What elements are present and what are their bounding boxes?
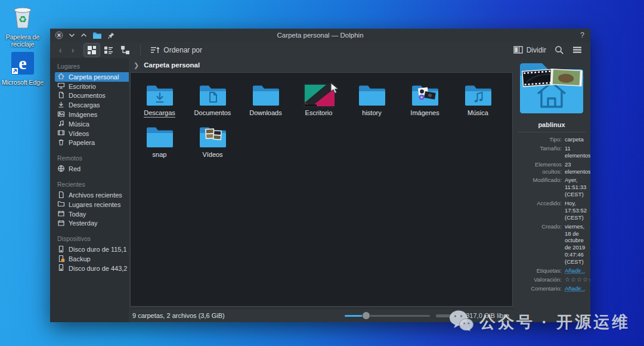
file-item[interactable]: Downloads — [239, 78, 292, 119]
file-item[interactable]: Música — [451, 78, 504, 119]
edge-icon: e — [11, 51, 35, 78]
music-icon — [57, 119, 65, 128]
status-summary: 9 carpetas, 2 archivos (3,6 GiB) — [132, 312, 225, 319]
svg-text:♻: ♻ — [18, 14, 27, 24]
breadcrumb-label[interactable]: Carpeta personal — [144, 61, 200, 69]
desktop-icon-label: Papelera de reciclaje — [1, 33, 44, 48]
file-item-label: Escritorio — [305, 109, 333, 117]
sidebar-item-label: Yesterday — [69, 220, 98, 227]
breadcrumb[interactable]: ❯ Carpeta personal — [129, 58, 514, 72]
sidebar-item-label: Carpeta personal — [69, 73, 119, 81]
file-item[interactable]: Documentos — [186, 78, 239, 119]
info-field-label: Tipo: — [516, 136, 562, 143]
search-button[interactable] — [552, 45, 566, 55]
sidebar-item[interactable]: Descargas — [55, 100, 129, 110]
sidebar-section-title: Lugares — [57, 63, 129, 70]
zoom-slider-handle[interactable] — [362, 311, 370, 320]
info-field-row: Modificado:Ayer, 11:51:33 (CEST) — [516, 177, 587, 198]
sidebar-item[interactable]: Red — [55, 164, 129, 174]
sidebar-item[interactable]: Carpeta personal — [55, 72, 129, 82]
info-add-link[interactable]: Añadir... — [565, 267, 587, 274]
sidebar-item-label: Imágenes — [69, 111, 97, 118]
file-item[interactable]: history — [345, 78, 398, 119]
zoom-slider[interactable] — [345, 311, 430, 320]
sidebar-item[interactable]: Documentos — [55, 91, 129, 101]
file-view[interactable]: Descargas Documentos Downloads Escritori… — [130, 72, 513, 307]
desktop-icon-recycle-bin[interactable]: ♻ Papelera de reciclaje — [1, 4, 44, 48]
sidebar-item-label: Lugares recientes — [69, 201, 120, 208]
info-field-label: Comentario: — [516, 285, 562, 292]
maximize-button[interactable] — [80, 33, 87, 38]
sidebar-item-label: Música — [69, 121, 89, 128]
info-field-row: Tamaño:11 elementos — [516, 145, 587, 159]
home-folder-preview-icon — [517, 59, 586, 116]
pin-icon[interactable] — [107, 32, 115, 39]
file-item[interactable]: Vídeos — [186, 119, 239, 161]
folder-icon — [252, 78, 280, 107]
watermark: 公众号 · 开源运维 — [448, 309, 630, 335]
info-field-row: Elementos ocultos:23 elementos — [516, 161, 587, 175]
split-button[interactable]: Dividir — [511, 46, 549, 54]
folder-icon — [411, 78, 439, 107]
minimize-button[interactable] — [69, 33, 75, 38]
forward-button[interactable]: › — [69, 45, 78, 55]
file-item[interactable]: Escritorio — [292, 78, 345, 119]
close-button[interactable] — [55, 31, 63, 39]
info-field-label: Creado: — [516, 223, 562, 265]
titlebar[interactable]: Carpeta personal — Dolphin ? — [50, 29, 590, 42]
info-field-value: viernes, 18 de octubre de 2019 0:47:46 (… — [565, 223, 587, 265]
file-icon — [57, 191, 65, 200]
sidebar-item-label: Archivos recientes — [69, 191, 122, 199]
sidebar-item[interactable]: Lugares recientes — [55, 200, 129, 209]
sidebar-item-label: Descargas — [69, 101, 100, 109]
sidebar-section-title: Remotos — [57, 155, 129, 162]
file-item-label: Descargas — [144, 109, 175, 118]
desktop-icon-microsoft-edge[interactable]: e Microsoft Edge — [1, 51, 44, 86]
file-item[interactable]: Imágenes — [398, 78, 451, 119]
sidebar-item[interactable]: Vídeos — [55, 129, 129, 138]
sidebar-item[interactable]: Disco duro de 443,2 GiB — [55, 264, 129, 273]
sidebar-item[interactable]: Imágenes — [55, 110, 129, 119]
sidebar-item[interactable]: Escritorio — [55, 82, 129, 91]
file-item-label: Downloads — [249, 109, 281, 117]
search-icon — [555, 45, 564, 55]
screenshot-thumbnail-icon — [304, 78, 335, 107]
info-field-value: 23 elementos — [565, 161, 590, 175]
info-field-value: 11 elementos — [565, 145, 590, 159]
sort-by-button[interactable]: Ordenar por — [148, 46, 205, 54]
home-icon — [57, 72, 65, 81]
rating-stars[interactable]: ☆☆☆☆☆ — [565, 276, 590, 284]
info-field-value: carpeta — [565, 136, 587, 143]
sidebar-item[interactable]: Archivos recientes — [55, 190, 129, 200]
file-item-label: Vídeos — [202, 151, 222, 159]
sidebar-item[interactable]: Disco duro de 115,1 GiB — [55, 245, 129, 254]
info-add-link[interactable]: Añadir... — [565, 285, 587, 292]
file-item-label: Documentos — [194, 109, 231, 117]
sidebar-item-label: Today — [69, 211, 86, 218]
sidebar-item[interactable]: Backup — [55, 254, 129, 264]
menu-button[interactable] — [570, 46, 584, 54]
desktop-icon — [57, 82, 65, 91]
help-button[interactable]: ? — [580, 31, 584, 39]
info-field-label: Valoración: — [516, 276, 562, 284]
info-field-row: Tipo:carpeta — [516, 136, 587, 143]
file-item[interactable]: snap — [133, 119, 186, 161]
sidebar-item[interactable]: Yesterday — [55, 219, 129, 228]
file-item[interactable]: Descargas — [133, 78, 186, 119]
calendar-icon — [57, 219, 65, 228]
details-view-button[interactable] — [101, 44, 116, 57]
tree-view-button[interactable] — [117, 44, 133, 57]
sidebar-item-label: Disco duro de 115,1 GiB — [69, 246, 129, 253]
back-button[interactable]: ‹ — [56, 45, 65, 55]
sidebar-item[interactable]: Today — [55, 209, 129, 219]
wechat-icon — [448, 309, 475, 335]
calendar-icon — [57, 209, 65, 218]
sidebar-item[interactable]: Música — [55, 119, 129, 129]
sidebar-item-label: Red — [69, 165, 80, 172]
selected-item-name: pablinux — [516, 121, 587, 128]
sidebar-item[interactable]: Papelera — [55, 138, 129, 148]
folder-icon — [199, 119, 227, 149]
sidebar-item-label: Disco duro de 443,2 GiB — [69, 265, 129, 272]
file-item-label: Música — [467, 109, 488, 117]
icons-view-button[interactable] — [84, 44, 100, 57]
